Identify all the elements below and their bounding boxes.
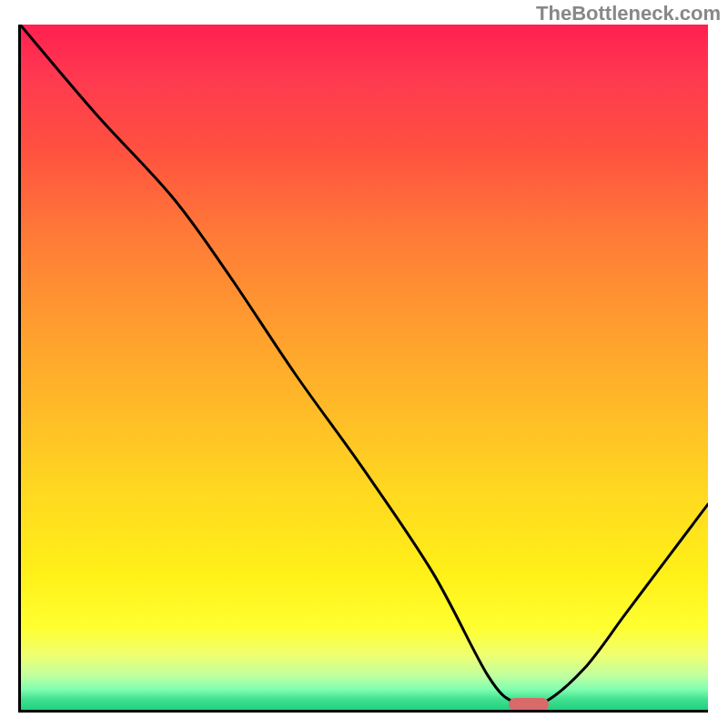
plot-area [20,25,708,710]
chart-container: TheBottleneck.com [0,0,728,728]
optimal-marker [509,698,549,710]
watermark-text: TheBottleneck.com [536,2,721,25]
y-axis [18,25,21,712]
curve-svg [20,25,708,710]
x-axis [18,710,708,713]
curve-path [20,25,708,707]
